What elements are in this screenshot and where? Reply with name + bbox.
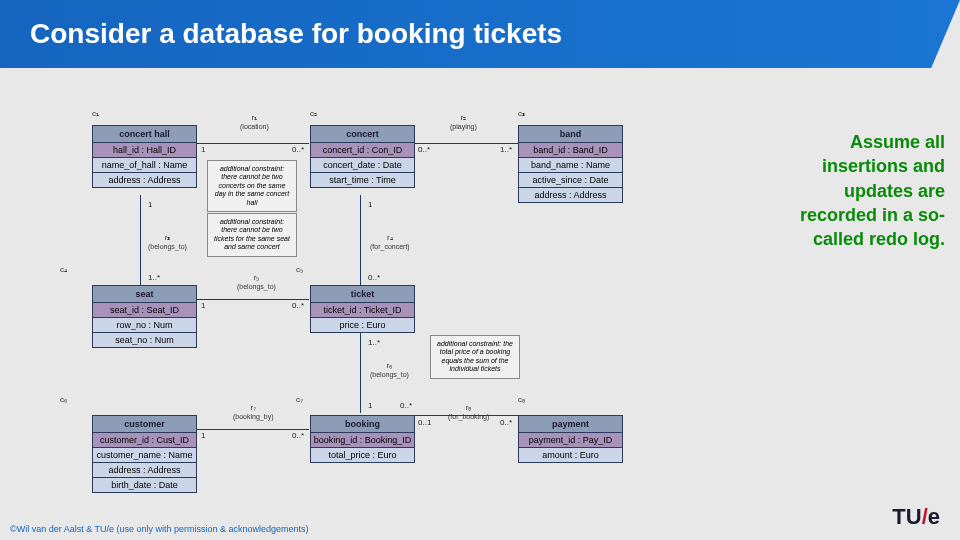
note-constraint-2: additional constraint: there cannot be t… (207, 213, 297, 257)
line-r1 (196, 143, 309, 144)
line-r7 (196, 429, 309, 430)
entity-attr: name_of_hall : Name (93, 158, 196, 173)
entity-attr: birth_date : Date (93, 478, 196, 492)
line-r3 (140, 195, 141, 285)
entity-payment: payment payment_id : Pay_ID amount : Eur… (518, 415, 623, 463)
note-constraint-3: additional constraint: the total price o… (430, 335, 520, 379)
card: 0..* (418, 145, 430, 154)
card: 1 (201, 431, 205, 440)
entity-attr: amount : Euro (519, 448, 622, 462)
card: 0..* (368, 273, 380, 282)
label-c5: c₅ (296, 265, 303, 274)
card: 1 (201, 301, 205, 310)
label-c3: c₃ (518, 109, 525, 118)
entity-pk: seat_id : Seat_ID (93, 303, 196, 318)
entity-header: band (519, 126, 622, 143)
entity-pk: hall_id : Hall_ID (93, 143, 196, 158)
label-c7: c₇ (296, 395, 303, 404)
entity-seat: seat seat_id : Seat_ID row_no : Num seat… (92, 285, 197, 348)
rel-r8: r₈(for_booking) (448, 403, 489, 421)
entity-attr: seat_no : Num (93, 333, 196, 347)
entity-header: seat (93, 286, 196, 303)
card: 1..* (500, 145, 512, 154)
entity-header: booking (311, 416, 414, 433)
rel-r7: r₇(booking_by) (233, 403, 273, 421)
tue-logo: TU/e (892, 504, 940, 530)
entity-attr: address : Address (93, 463, 196, 478)
card: 1..* (368, 338, 380, 347)
entity-header: concert (311, 126, 414, 143)
footer-credits: ©Wil van der Aalst & TU/e (use only with… (10, 524, 309, 534)
er-diagram: c₁ concert hall hall_id : Hall_ID name_o… (0, 95, 770, 515)
rel-r4: r₄(for_concert) (370, 233, 410, 251)
rel-r6: r₆(belongs_to) (370, 361, 409, 379)
label-c1: c₁ (92, 109, 99, 118)
entity-attr: row_no : Num (93, 318, 196, 333)
title-banner: Consider a database for booking tickets (0, 0, 960, 68)
card: 1 (201, 145, 205, 154)
note-constraint-1: additional constraint: there cannot be t… (207, 160, 297, 212)
entity-pk: payment_id : Pay_ID (519, 433, 622, 448)
entity-pk: band_id : Band_ID (519, 143, 622, 158)
entity-attr: customer_name : Name (93, 448, 196, 463)
label-c4: c₄ (60, 265, 67, 274)
entity-header: ticket (311, 286, 414, 303)
card: 1..* (148, 273, 160, 282)
rel-r2: r₂(playing) (450, 113, 477, 131)
card: 0..* (292, 145, 304, 154)
entity-concert: concert concert_id : Con_ID concert_date… (310, 125, 415, 188)
line-r5 (196, 299, 309, 300)
entity-pk: concert_id : Con_ID (311, 143, 414, 158)
rel-r3: r₃(belongs_to) (148, 233, 187, 251)
entity-booking: booking booking_id : Booking_ID total_pr… (310, 415, 415, 463)
card: 1 (368, 200, 372, 209)
card: 1 (368, 401, 372, 410)
label-c2: c₂ (310, 109, 317, 118)
entity-pk: ticket_id : Ticket_ID (311, 303, 414, 318)
card: 0..* (292, 301, 304, 310)
entity-header: payment (519, 416, 622, 433)
label-c8: c₈ (518, 395, 525, 404)
entity-ticket: ticket ticket_id : Ticket_ID price : Eur… (310, 285, 415, 333)
rel-r5: r₅(belongs_to) (237, 273, 276, 291)
card: 1 (148, 200, 152, 209)
card: 0..* (292, 431, 304, 440)
entity-attr: total_price : Euro (311, 448, 414, 462)
entity-attr: active_since : Date (519, 173, 622, 188)
line-r6 (360, 333, 361, 413)
entity-attr: band_name : Name (519, 158, 622, 173)
side-note: Assume all insertions and updates are re… (790, 130, 945, 251)
card: 0..1 (418, 418, 431, 427)
entity-attr: start_time : Time (311, 173, 414, 187)
entity-pk: booking_id : Booking_ID (311, 433, 414, 448)
entity-header: concert hall (93, 126, 196, 143)
line-r4 (360, 195, 361, 285)
entity-pk: customer_id : Cust_ID (93, 433, 196, 448)
entity-attr: address : Address (519, 188, 622, 202)
entity-attr: address : Address (93, 173, 196, 187)
label-c6: c₆ (60, 395, 67, 404)
entity-attr: price : Euro (311, 318, 414, 332)
card: 0..* (500, 418, 512, 427)
entity-customer: customer customer_id : Cust_ID customer_… (92, 415, 197, 493)
entity-attr: concert_date : Date (311, 158, 414, 173)
entity-band: band band_id : Band_ID band_name : Name … (518, 125, 623, 203)
line-r2 (414, 143, 518, 144)
rel-r1: r₁(location) (240, 113, 269, 131)
card: 0..* (400, 401, 412, 410)
entity-header: customer (93, 416, 196, 433)
entity-concert-hall: concert hall hall_id : Hall_ID name_of_h… (92, 125, 197, 188)
